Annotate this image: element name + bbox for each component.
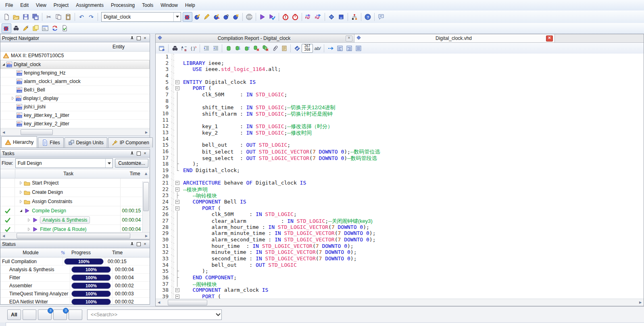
warnings-filter-button[interactable]: 3 [53, 309, 67, 320]
assignment-editor-button[interactable] [192, 12, 202, 22]
save-button[interactable] [21, 12, 31, 22]
bookmark-delete-button[interactable] [252, 44, 261, 53]
chevron-right-icon[interactable] [26, 226, 32, 232]
indent-button[interactable] [202, 44, 211, 53]
replace-button[interactable]: AB [179, 44, 189, 53]
project-navigator-hscrollbar[interactable]: ◀ ▶ [0, 129, 150, 135]
fold-toggle-icon[interactable] [174, 79, 181, 85]
pin-icon[interactable] [129, 35, 135, 41]
menu-item-file[interactable]: File [2, 0, 17, 10]
align-left-button[interactable] [335, 44, 344, 53]
chip-planner-button[interactable] [336, 12, 346, 22]
progress-column-header[interactable]: Progress [65, 250, 97, 255]
unindent-button[interactable] [211, 44, 220, 53]
close-icon[interactable]: × [142, 241, 148, 247]
start-analysis-button[interactable] [267, 12, 277, 22]
time-column-header[interactable]: Time [105, 250, 129, 255]
pin-planner-button[interactable] [2, 23, 11, 33]
code-line[interactable]: 6 PORT ( [156, 85, 644, 91]
module-column-header[interactable]: Module [0, 250, 61, 255]
code-line[interactable]: 39 PORT ( [156, 293, 644, 299]
close-icon[interactable]: ✕ [546, 35, 553, 42]
chevron-right-icon[interactable] [26, 217, 32, 223]
code-line[interactable]: 8 [156, 98, 644, 104]
new-file-button[interactable] [2, 12, 11, 22]
editor-hscrollbar[interactable]: ◀ ▶ [156, 299, 644, 306]
chevron-right-icon[interactable] [18, 189, 24, 195]
find-project-button[interactable] [11, 23, 21, 33]
code-line[interactable]: 10 shift_alarm : IN STD_LOGIC;--切换计时还是闹钟 [156, 110, 644, 117]
code-line[interactable]: 2LIBRARY ieee; [156, 60, 644, 66]
time-column-header[interactable]: Time [129, 171, 143, 176]
fold-toggle-icon[interactable] [174, 186, 181, 193]
flow-combobox[interactable]: Full Design [15, 158, 113, 168]
menu-item-help[interactable]: Help [181, 0, 199, 10]
entity-combobox[interactable]: Digital_clock [101, 12, 181, 22]
code-line[interactable]: 26 clk_50M : IN STD_LOGIC; [156, 211, 644, 218]
close-icon[interactable]: × [142, 35, 148, 41]
align-right-button[interactable] [344, 44, 354, 53]
menu-item-view[interactable]: View [32, 0, 50, 10]
feedback-icon[interactable] [199, 0, 208, 10]
menu-item-tools[interactable]: Tools [138, 0, 157, 10]
arrow-step-button[interactable] [326, 44, 335, 53]
analyze-file-button[interactable] [292, 44, 302, 53]
code-line[interactable]: 36 END COMPONENT; [156, 274, 644, 281]
code-line[interactable]: 27 clear_alarm : IN STD_LOGIC;--关闭闹钟键(ke… [156, 218, 644, 224]
code-line[interactable]: 11 [156, 117, 644, 123]
line-indicator[interactable]: 267268 [302, 44, 313, 53]
align-block-button[interactable] [354, 44, 363, 53]
float-icon[interactable] [135, 35, 142, 41]
chevron-right-icon[interactable] [18, 180, 24, 186]
timequest-button[interactable]: 1 [281, 12, 290, 22]
status-row-fitter[interactable]: Fitter100%00:00:04 [0, 274, 150, 282]
code-line[interactable]: 16 bit_select : OUT STD_LOGIC_VECTOR(7 D… [156, 148, 644, 155]
code-line[interactable]: 4 [156, 73, 644, 79]
pin-editor-button[interactable] [202, 12, 212, 22]
start-compilation-button[interactable] [258, 12, 267, 22]
device-edit-button[interactable]: D [221, 12, 231, 22]
save-all-button[interactable] [31, 12, 40, 22]
float-icon[interactable] [135, 241, 142, 247]
task-row-assign-constraints[interactable]: Assign Constraints [0, 197, 150, 206]
tree-item-jishi-i-jishi[interactable]: abcVHDjishi:i_jishi [0, 103, 150, 111]
code-line[interactable]: 35 ); [156, 268, 644, 274]
fold-toggle-icon[interactable] [174, 85, 181, 91]
close-icon[interactable]: ✕ [346, 35, 352, 42]
code-line[interactable]: 20 [156, 173, 644, 180]
tree-item-device[interactable]: MAX II: EPM570T100C5 [0, 52, 150, 60]
code-line[interactable]: 32 minute_time : IN STD_LOGIC_VECTOR(7 D… [156, 249, 644, 255]
flow-combobox-arrow[interactable] [105, 159, 113, 168]
netlist-out-button[interactable] [313, 12, 323, 22]
messages-list[interactable] [6, 322, 644, 326]
tree-item-display-i-display[interactable]: abcVHDdisplay:i_display [0, 94, 150, 103]
code-line[interactable]: 24 COMPONENT Bell IS [156, 199, 644, 205]
tree-item-key-jitter-key-2-jitter[interactable]: abcVHDkey_jitter:key_2_jitter [0, 120, 150, 128]
settings-edit-button[interactable] [212, 12, 221, 22]
code-line[interactable]: 38 COMPONENT alarm_clock IS [156, 287, 644, 293]
task-column-header[interactable]: Task [15, 171, 122, 176]
entity-combobox-arrow[interactable] [173, 12, 181, 21]
code-line[interactable]: 37 --闹钟模块 [156, 281, 644, 287]
critical-warnings-filter-button[interactable]: 3 [38, 309, 52, 320]
menu-item-processing[interactable]: Processing [107, 0, 138, 10]
code-line[interactable]: 17 seg_select : OUT STD_LOGIC_VECTOR(7 D… [156, 155, 644, 161]
scroll-up-icon[interactable]: ◀ [144, 170, 149, 177]
open-file-button[interactable] [11, 12, 21, 22]
status-row-timequest-timing-analyzer[interactable]: TimeQuest Timing Analyzer100%00:00:03 [0, 290, 150, 298]
find-button[interactable] [170, 44, 179, 53]
paste-button[interactable] [63, 12, 73, 22]
cut-button[interactable]: ✂ [44, 12, 54, 22]
tab-files[interactable]: Files [38, 137, 63, 147]
tree-item-fenping-fenping-hz[interactable]: abcVHDfenping:fenping_Hz [0, 69, 150, 77]
fold-toggle-icon[interactable] [174, 199, 181, 205]
feedback-button[interactable] [376, 12, 386, 22]
tasks-vscrollbar[interactable] [142, 181, 149, 232]
code-line[interactable]: 33 second_time : IN STD_LOGIC_VECTOR(7 D… [156, 255, 644, 262]
scroll-right-icon[interactable]: ▶ [143, 233, 150, 239]
redo-button[interactable]: ↷ [86, 12, 96, 22]
code-line[interactable]: 13 key_2 : IN STD_LOGIC;--修改时间 [156, 129, 644, 136]
notes-button[interactable] [31, 23, 40, 33]
fold-toggle-icon[interactable] [174, 205, 181, 212]
task-row-analysis-synthesis[interactable]: Analysis & Synthesis00:00:04 [0, 216, 150, 225]
